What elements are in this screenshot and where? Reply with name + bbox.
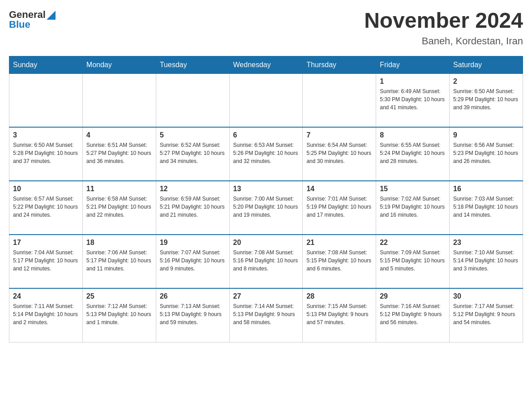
day-number: 11 xyxy=(86,185,152,193)
day-info: Sunrise: 7:09 AM Sunset: 5:15 PM Dayligh… xyxy=(380,248,446,273)
day-info: Sunrise: 7:01 AM Sunset: 5:19 PM Dayligh… xyxy=(306,195,372,219)
day-cell: 15Sunrise: 7:02 AM Sunset: 5:19 PM Dayli… xyxy=(376,181,450,235)
day-info: Sunrise: 7:08 AM Sunset: 5:16 PM Dayligh… xyxy=(233,248,299,273)
day-number: 30 xyxy=(453,292,519,300)
day-cell: 11Sunrise: 6:58 AM Sunset: 5:21 PM Dayli… xyxy=(82,181,156,235)
day-info: Sunrise: 6:51 AM Sunset: 5:27 PM Dayligh… xyxy=(86,141,152,165)
day-info: Sunrise: 7:11 AM Sunset: 5:14 PM Dayligh… xyxy=(13,302,79,326)
day-cell: 9Sunrise: 6:56 AM Sunset: 5:23 PM Daylig… xyxy=(450,127,523,181)
day-cell: 18Sunrise: 7:06 AM Sunset: 5:17 PM Dayli… xyxy=(82,235,156,288)
day-number: 3 xyxy=(13,131,79,139)
day-number: 9 xyxy=(453,131,519,139)
calendar-table: Sunday Monday Tuesday Wednesday Thursday… xyxy=(9,56,523,342)
day-cell: 6Sunrise: 6:53 AM Sunset: 5:26 PM Daylig… xyxy=(229,127,303,181)
day-number: 24 xyxy=(13,292,79,300)
day-number: 4 xyxy=(86,131,152,139)
day-info: Sunrise: 7:17 AM Sunset: 5:12 PM Dayligh… xyxy=(453,302,519,326)
day-cell: 4Sunrise: 6:51 AM Sunset: 5:27 PM Daylig… xyxy=(82,127,156,181)
day-number: 2 xyxy=(453,77,519,86)
day-info: Sunrise: 7:10 AM Sunset: 5:14 PM Dayligh… xyxy=(453,248,519,273)
header-thursday: Thursday xyxy=(303,56,376,73)
day-cell xyxy=(229,73,303,127)
header-monday: Monday xyxy=(82,56,156,73)
day-cell: 10Sunrise: 6:57 AM Sunset: 5:22 PM Dayli… xyxy=(9,181,83,235)
day-cell: 27Sunrise: 7:14 AM Sunset: 5:13 PM Dayli… xyxy=(229,288,303,342)
day-number: 19 xyxy=(160,239,226,247)
day-number: 17 xyxy=(13,239,79,247)
day-cell: 12Sunrise: 6:59 AM Sunset: 5:21 PM Dayli… xyxy=(156,181,229,235)
day-number: 14 xyxy=(306,185,372,193)
day-cell: 3Sunrise: 6:50 AM Sunset: 5:28 PM Daylig… xyxy=(9,127,83,181)
day-info: Sunrise: 7:03 AM Sunset: 5:18 PM Dayligh… xyxy=(453,195,519,219)
day-cell: 30Sunrise: 7:17 AM Sunset: 5:12 PM Dayli… xyxy=(450,288,523,342)
day-info: Sunrise: 6:59 AM Sunset: 5:21 PM Dayligh… xyxy=(160,195,226,219)
day-number: 25 xyxy=(86,292,152,300)
day-info: Sunrise: 7:04 AM Sunset: 5:17 PM Dayligh… xyxy=(13,248,79,273)
day-info: Sunrise: 6:58 AM Sunset: 5:21 PM Dayligh… xyxy=(86,195,152,219)
day-number: 5 xyxy=(160,131,226,139)
svg-marker-0 xyxy=(47,11,56,20)
day-number: 28 xyxy=(306,292,372,300)
day-cell xyxy=(82,73,156,127)
day-info: Sunrise: 6:57 AM Sunset: 5:22 PM Dayligh… xyxy=(13,195,79,219)
day-cell: 21Sunrise: 7:08 AM Sunset: 5:15 PM Dayli… xyxy=(303,235,376,288)
day-cell: 19Sunrise: 7:07 AM Sunset: 5:16 PM Dayli… xyxy=(156,235,229,288)
week-row-5: 24Sunrise: 7:11 AM Sunset: 5:14 PM Dayli… xyxy=(9,288,523,342)
day-number: 21 xyxy=(306,239,372,247)
header-saturday: Saturday xyxy=(450,56,523,73)
title-area: November 2024 Baneh, Kordestan, Iran xyxy=(364,9,523,47)
week-row-3: 10Sunrise: 6:57 AM Sunset: 5:22 PM Dayli… xyxy=(9,181,523,235)
day-info: Sunrise: 6:52 AM Sunset: 5:27 PM Dayligh… xyxy=(160,141,226,165)
day-number: 8 xyxy=(380,131,446,139)
day-cell xyxy=(156,73,229,127)
day-info: Sunrise: 7:00 AM Sunset: 5:20 PM Dayligh… xyxy=(233,195,299,219)
day-cell: 1Sunrise: 6:49 AM Sunset: 5:30 PM Daylig… xyxy=(376,73,450,127)
day-number: 12 xyxy=(160,185,226,193)
day-number: 22 xyxy=(380,239,446,247)
day-cell: 17Sunrise: 7:04 AM Sunset: 5:17 PM Dayli… xyxy=(9,235,83,288)
day-info: Sunrise: 7:06 AM Sunset: 5:17 PM Dayligh… xyxy=(86,248,152,273)
day-number: 15 xyxy=(380,185,446,193)
day-cell: 7Sunrise: 6:54 AM Sunset: 5:25 PM Daylig… xyxy=(303,127,376,181)
header-wednesday: Wednesday xyxy=(229,56,303,73)
day-number: 13 xyxy=(233,185,299,193)
day-number: 26 xyxy=(160,292,226,300)
day-cell xyxy=(303,73,376,127)
day-info: Sunrise: 7:07 AM Sunset: 5:16 PM Dayligh… xyxy=(160,248,226,273)
day-info: Sunrise: 7:13 AM Sunset: 5:13 PM Dayligh… xyxy=(160,302,226,326)
day-number: 23 xyxy=(453,239,519,247)
day-number: 7 xyxy=(306,131,372,139)
day-info: Sunrise: 6:50 AM Sunset: 5:29 PM Dayligh… xyxy=(453,87,519,111)
header-sunday: Sunday xyxy=(9,56,83,73)
day-info: Sunrise: 7:12 AM Sunset: 5:13 PM Dayligh… xyxy=(86,302,152,326)
day-info: Sunrise: 7:16 AM Sunset: 5:12 PM Dayligh… xyxy=(380,302,446,326)
page-header: General Blue November 2024 Baneh, Kordes… xyxy=(9,9,523,47)
day-cell xyxy=(9,73,83,127)
header-friday: Friday xyxy=(376,56,450,73)
day-number: 6 xyxy=(233,131,299,139)
day-info: Sunrise: 6:55 AM Sunset: 5:24 PM Dayligh… xyxy=(380,141,446,165)
day-info: Sunrise: 7:02 AM Sunset: 5:19 PM Dayligh… xyxy=(380,195,446,219)
day-info: Sunrise: 6:49 AM Sunset: 5:30 PM Dayligh… xyxy=(380,87,446,111)
day-cell: 23Sunrise: 7:10 AM Sunset: 5:14 PM Dayli… xyxy=(450,235,523,288)
day-number: 16 xyxy=(453,185,519,193)
day-cell: 28Sunrise: 7:15 AM Sunset: 5:13 PM Dayli… xyxy=(303,288,376,342)
day-cell: 22Sunrise: 7:09 AM Sunset: 5:15 PM Dayli… xyxy=(376,235,450,288)
day-info: Sunrise: 6:54 AM Sunset: 5:25 PM Dayligh… xyxy=(306,141,372,165)
day-number: 27 xyxy=(233,292,299,300)
day-number: 20 xyxy=(233,239,299,247)
day-cell: 20Sunrise: 7:08 AM Sunset: 5:16 PM Dayli… xyxy=(229,235,303,288)
day-info: Sunrise: 6:50 AM Sunset: 5:28 PM Dayligh… xyxy=(13,141,79,165)
day-cell: 2Sunrise: 6:50 AM Sunset: 5:29 PM Daylig… xyxy=(450,73,523,127)
day-cell: 14Sunrise: 7:01 AM Sunset: 5:19 PM Dayli… xyxy=(303,181,376,235)
logo: General Blue xyxy=(9,9,56,30)
calendar-title: November 2024 xyxy=(364,9,523,33)
day-cell: 29Sunrise: 7:16 AM Sunset: 5:12 PM Dayli… xyxy=(376,288,450,342)
day-cell: 16Sunrise: 7:03 AM Sunset: 5:18 PM Dayli… xyxy=(450,181,523,235)
day-info: Sunrise: 6:56 AM Sunset: 5:23 PM Dayligh… xyxy=(453,141,519,165)
week-row-4: 17Sunrise: 7:04 AM Sunset: 5:17 PM Dayli… xyxy=(9,235,523,288)
weekday-header-row: Sunday Monday Tuesday Wednesday Thursday… xyxy=(9,56,523,73)
header-tuesday: Tuesday xyxy=(156,56,229,73)
day-info: Sunrise: 7:15 AM Sunset: 5:13 PM Dayligh… xyxy=(306,302,372,326)
day-info: Sunrise: 7:08 AM Sunset: 5:15 PM Dayligh… xyxy=(306,248,372,273)
